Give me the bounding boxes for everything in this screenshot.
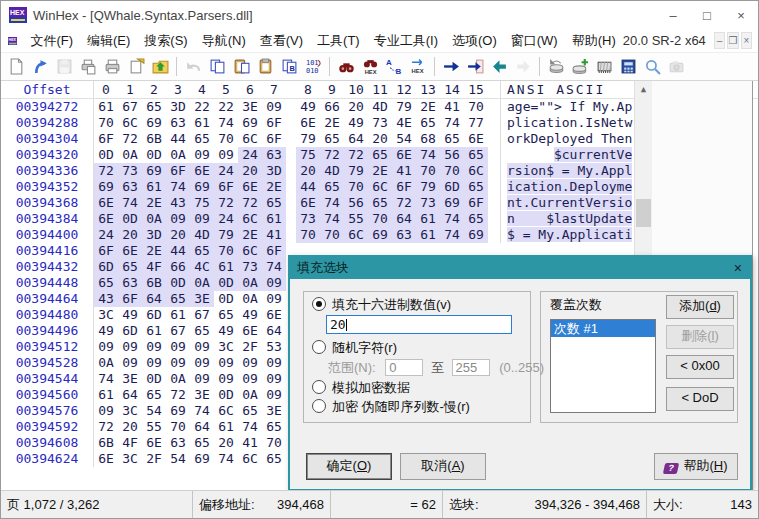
hex-byte[interactable]: 2E <box>368 163 392 179</box>
hex-byte[interactable]: 72 <box>214 195 238 211</box>
menu-item[interactable]: 工具(T) <box>310 30 367 52</box>
hex-byte[interactable]: 66 <box>166 259 190 275</box>
hex-byte[interactable]: 54 <box>392 131 416 147</box>
hex-byte[interactable]: 41 <box>238 435 262 451</box>
menu-item[interactable]: 专业工具(I) <box>367 30 445 52</box>
hex-byte[interactable]: 20 <box>238 163 262 179</box>
hex-byte[interactable]: 0D <box>94 147 118 163</box>
hex-byte[interactable]: 6F <box>94 243 118 259</box>
hex-byte[interactable]: 20 <box>368 131 392 147</box>
ascii-text[interactable]: orkDeployed Then <box>500 131 641 147</box>
radio-circle[interactable] <box>312 340 326 354</box>
close-button[interactable]: × <box>724 3 758 27</box>
hex-byte[interactable]: 09 <box>166 339 190 355</box>
hex-byte[interactable]: 65 <box>190 435 214 451</box>
hex-byte[interactable]: 09 <box>166 211 190 227</box>
hex-byte[interactable]: 6E <box>392 147 416 163</box>
menu-item[interactable]: 搜索(S) <box>137 30 194 52</box>
menu-item[interactable]: 文件(F) <box>23 30 80 52</box>
new-file-icon[interactable] <box>4 55 28 78</box>
hex-byte[interactable]: 6B <box>142 131 166 147</box>
hex-byte[interactable]: 20 <box>214 435 238 451</box>
hex-byte[interactable]: 2E <box>142 243 166 259</box>
hex-byte[interactable]: 0A <box>142 211 166 227</box>
hex-byte[interactable]: 41 <box>392 163 416 179</box>
hex-byte[interactable]: 22 <box>214 99 238 115</box>
hex-byte[interactable]: 72 <box>94 163 118 179</box>
hex-byte[interactable]: 65 <box>142 99 166 115</box>
menu-item[interactable]: 导航(N) <box>195 30 253 52</box>
hex-byte[interactable]: 4C <box>190 259 214 275</box>
minimize-button[interactable]: – <box>656 3 690 27</box>
hex-byte[interactable]: 61 <box>94 99 118 115</box>
hex-byte[interactable]: 54 <box>166 451 190 467</box>
hex-byte[interactable]: 75 <box>296 147 320 163</box>
hex-byte[interactable]: 2E <box>262 179 286 195</box>
properties-icon[interactable] <box>124 55 148 78</box>
hex-byte[interactable]: 74 <box>118 195 142 211</box>
hex-byte[interactable]: 0A <box>118 147 142 163</box>
hex-byte[interactable]: 63 <box>166 435 190 451</box>
replace-icon[interactable]: AB <box>382 55 406 78</box>
hex-byte[interactable]: 72 <box>238 195 262 211</box>
hex-byte[interactable]: 74 <box>440 115 464 131</box>
hex-byte[interactable]: 6E <box>94 211 118 227</box>
radio-random-chars[interactable]: 随机字符(r) <box>312 339 397 357</box>
paste-icon[interactable] <box>253 55 277 78</box>
hex-byte[interactable]: 70 <box>416 163 440 179</box>
hex-byte[interactable]: 0D <box>142 371 166 387</box>
hex-byte[interactable]: 65 <box>368 147 392 163</box>
fill-0x00-button[interactable]: < 0x00 <box>666 355 734 379</box>
hex-byte[interactable]: 6F <box>262 243 286 259</box>
hex-byte[interactable]: 09 <box>94 339 118 355</box>
hex-byte[interactable]: 65 <box>262 451 286 467</box>
range-from-input[interactable]: 0 <box>385 359 423 376</box>
hex-byte[interactable]: 6E <box>94 195 118 211</box>
hex-byte[interactable]: 65 <box>464 147 488 163</box>
hex-byte[interactable]: 64 <box>262 323 286 339</box>
hex-byte[interactable]: 6F <box>166 163 190 179</box>
hex-byte[interactable]: 6C <box>238 243 262 259</box>
hex-byte[interactable]: 69 <box>190 451 214 467</box>
hex-byte[interactable]: 72 <box>320 147 344 163</box>
hex-byte[interactable]: 70 <box>214 243 238 259</box>
hex-byte[interactable]: 64 <box>142 291 166 307</box>
menu-item[interactable]: 窗口(W) <box>504 30 565 52</box>
hex-byte[interactable]: 09 <box>262 99 286 115</box>
hex-byte[interactable]: 63 <box>166 115 190 131</box>
hex-byte[interactable]: 63 <box>118 179 142 195</box>
scroll-up-arrow[interactable]: ▲ <box>637 83 650 96</box>
hex-byte[interactable]: 70 <box>440 163 464 179</box>
print-preview-icon[interactable] <box>76 55 100 78</box>
hex-byte[interactable]: 65 <box>238 403 262 419</box>
radio-circle[interactable] <box>312 399 326 413</box>
hex-byte[interactable]: 63 <box>262 147 286 163</box>
hex-byte[interactable]: 79 <box>416 179 440 195</box>
hex-byte[interactable]: 09 <box>190 339 214 355</box>
maximize-button[interactable]: □ <box>690 3 724 27</box>
radio-circle[interactable] <box>312 380 326 394</box>
hex-byte[interactable]: 6E <box>296 195 320 211</box>
ascii-text[interactable]: plication.IsNetw <box>500 115 641 131</box>
hex-byte[interactable]: 54 <box>142 403 166 419</box>
hex-byte[interactable]: 74 <box>214 115 238 131</box>
hex-byte[interactable]: 65 <box>142 387 166 403</box>
dialog-close-icon[interactable]: × <box>734 260 742 276</box>
hex-byte[interactable]: 79 <box>344 163 368 179</box>
hex-byte[interactable]: 24 <box>94 227 118 243</box>
hex-byte[interactable]: 64 <box>392 211 416 227</box>
hex-byte[interactable]: 63 <box>118 275 142 291</box>
hex-byte[interactable]: 72 <box>94 419 118 435</box>
hex-byte[interactable]: 09 <box>190 355 214 371</box>
hex-byte[interactable]: 70 <box>214 131 238 147</box>
hex-byte[interactable]: 6E <box>94 451 118 467</box>
hex-byte[interactable]: 6F <box>464 195 488 211</box>
radio-simulate-encrypted[interactable]: 模拟加密数据 <box>312 379 410 397</box>
hex-byte[interactable]: 65 <box>190 243 214 259</box>
hex-byte[interactable]: 65 <box>320 131 344 147</box>
hex-byte[interactable]: 65 <box>166 291 190 307</box>
hex-byte[interactable]: 70 <box>344 179 368 195</box>
hex-byte[interactable]: 61 <box>214 419 238 435</box>
hex-byte[interactable]: 3D <box>166 99 190 115</box>
hex-byte[interactable]: 09 <box>190 147 214 163</box>
